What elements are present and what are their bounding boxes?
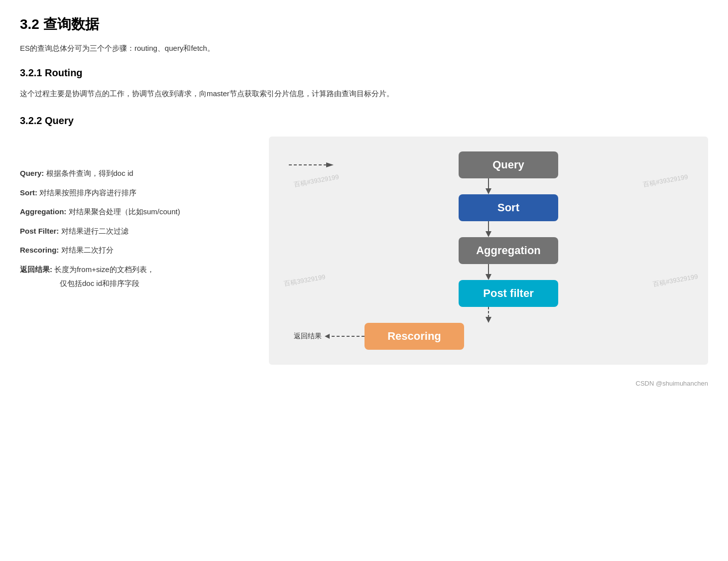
list-item-bold: Sort:: [20, 188, 37, 197]
diagram-box-aggregation: Aggregation: [459, 237, 558, 264]
list-item: Post Filter: 对结果进行二次过滤: [20, 224, 249, 239]
list-item-bold: Query:: [20, 169, 44, 177]
diagram-row-sort: Sort: [289, 194, 688, 221]
svg-marker-7: [485, 274, 491, 280]
svg-marker-3: [485, 188, 491, 194]
arrow-down-2: [289, 221, 688, 237]
arrow-down-3: [289, 264, 688, 280]
routing-description: 这个过程主要是协调节点的工作，协调节点收到请求，向master节点获取索引分片信…: [20, 87, 708, 100]
query-section: Query: 根据条件查询，得到doc id Sort: 对结果按照排序内容进行…: [20, 137, 708, 365]
footer: CSDN @shuimuhanchen: [20, 380, 708, 387]
diagram-row-postfilter: Post filter: [289, 280, 688, 307]
return-label: 返回结果: [294, 332, 322, 341]
query-section-title: 3.2.2 Query: [20, 115, 708, 127]
list-item: Query: 根据条件查询，得到doc id: [20, 166, 249, 181]
list-item-text-2: 仅包括doc id和排序字段: [60, 279, 139, 287]
list-item-return: 返回结果: 长度为from+size的文档列表， 仅包括doc id和排序字段: [20, 263, 249, 291]
list-item-text: 对结果按照排序内容进行排序: [39, 188, 136, 197]
dashed-arrow-in: [289, 160, 334, 170]
list-item-bold: Post Filter:: [20, 227, 59, 235]
diagram-box-sort: Sort: [459, 194, 558, 221]
svg-marker-5: [485, 231, 491, 237]
list-item-text: 对结果聚合处理（比如sum/count): [69, 207, 180, 216]
list-item-text: 对结果进行二次过滤: [61, 227, 128, 235]
routing-section-title: 3.2.1 Routing: [20, 67, 708, 79]
page-title: 3.2 查询数据: [20, 15, 708, 34]
svg-marker-11: [325, 334, 330, 339]
list-item-bold: Aggregation:: [20, 207, 66, 216]
diagram-box-postfilter: Post filter: [459, 280, 558, 307]
list-item-bold: Rescoring:: [20, 246, 59, 254]
query-list: Query: 根据条件查询，得到doc id Sort: 对结果按照排序内容进行…: [20, 137, 249, 296]
list-item: Rescoring: 对结果二次打分: [20, 243, 249, 258]
dashed-arrow-return: [325, 331, 364, 341]
list-item-bold: 返回结果:: [20, 265, 52, 274]
list-item-text: 根据条件查询，得到doc id: [46, 169, 133, 177]
diagram-row-rescoring: 返回结果 Rescoring: [289, 323, 688, 350]
list-item-text: 长度为from+size的文档列表，: [54, 265, 154, 274]
svg-marker-9: [485, 317, 491, 323]
list-item: Sort: 对结果按照排序内容进行排序: [20, 186, 249, 200]
diagram-container: 百稿#39329199 百稿#39329199 百稿39329199 百稿#39…: [269, 137, 708, 365]
intro-text: ES的查询总体分可为三个个步骤：routing、query和fetch。: [20, 44, 708, 53]
svg-marker-1: [326, 162, 334, 167]
diagram-box-rescoring: Rescoring: [364, 323, 464, 350]
list-item-text: 对结果二次打分: [61, 246, 114, 254]
diagram-row-query: Query: [289, 151, 688, 178]
list-item: Aggregation: 对结果聚合处理（比如sum/count): [20, 205, 249, 219]
arrow-down-1: [289, 178, 688, 194]
diagram-box-query: Query: [459, 151, 558, 178]
diagram-row-aggregation: Aggregation: [289, 237, 688, 264]
arrow-down-4: [289, 307, 688, 323]
